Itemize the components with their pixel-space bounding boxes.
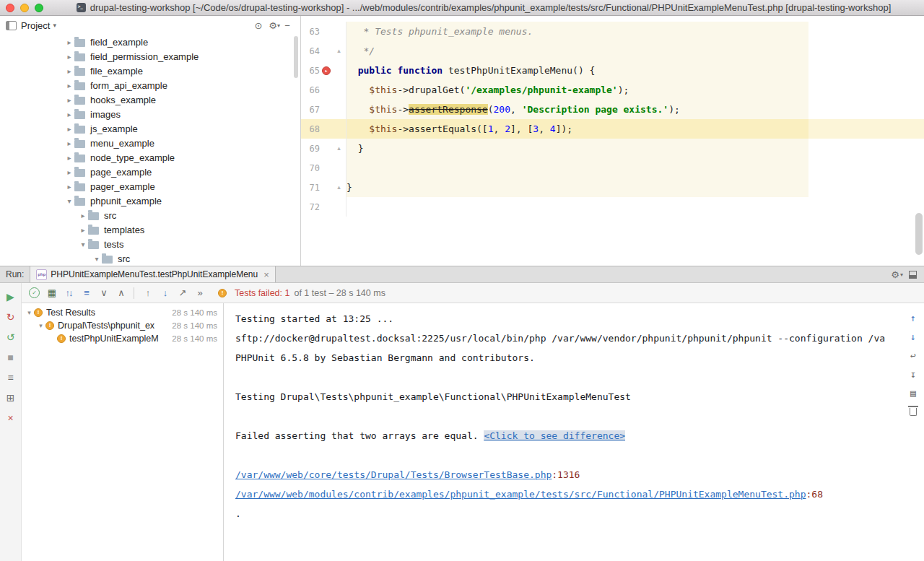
editor-line[interactable]: 70: [301, 158, 924, 178]
chevron-down-icon[interactable]: ▾: [25, 309, 34, 316]
test-console[interactable]: Testing started at 13:25 ...sftp://docke…: [224, 303, 924, 561]
zoom-window-button[interactable]: [35, 4, 43, 12]
hide-panel-icon[interactable]: −: [280, 20, 295, 31]
more-options-button[interactable]: »: [193, 287, 205, 298]
project-tree-item[interactable]: ▸field_example: [0, 35, 300, 49]
test-tree-item[interactable]: ▾!Drupal\Tests\phpunit_ex28 s 140 ms: [22, 319, 223, 332]
show-ignored-button[interactable]: ▦: [45, 287, 57, 298]
chevron-right-icon[interactable]: ▸: [64, 139, 74, 147]
chevron-right-icon[interactable]: ▸: [64, 154, 74, 162]
project-tree-item[interactable]: ▸node_type_example: [0, 150, 300, 165]
chevron-down-icon[interactable]: ▾: [53, 22, 56, 29]
project-tree-item[interactable]: ▸menu_example: [0, 136, 300, 150]
test-tree-item[interactable]: ▾!Test Results28 s 140 ms: [22, 306, 223, 319]
editor-gutter[interactable]: 65: [301, 61, 346, 80]
editor-gutter[interactable]: 71▴: [301, 178, 346, 197]
editor-line[interactable]: 72: [301, 197, 924, 217]
project-tree-item[interactable]: ▸page_example: [0, 165, 300, 179]
chevron-right-icon[interactable]: ▸: [64, 110, 74, 118]
project-tree-item[interactable]: ▾tests: [0, 237, 300, 251]
clear-all-button[interactable]: [906, 404, 920, 419]
close-tab-icon[interactable]: ×: [263, 269, 269, 280]
minimize-window-button[interactable]: [20, 4, 29, 12]
show-passed-button[interactable]: ✓: [29, 287, 40, 298]
editor-gutter[interactable]: 72: [301, 197, 346, 217]
editor-line[interactable]: 69▴ }: [301, 139, 924, 158]
expand-all-button[interactable]: ∨: [97, 287, 109, 298]
import-test-results-button[interactable]: ↗: [176, 287, 188, 298]
editor-line[interactable]: 64▴ */: [301, 41, 924, 61]
down-the-stacktrace-button[interactable]: ↓: [906, 329, 920, 344]
editor-line[interactable]: 63 * Tests phpunit_example menus.: [301, 22, 924, 41]
previous-occurrence-button[interactable]: ↑: [141, 287, 153, 298]
test-failed-gutter-icon[interactable]: [322, 66, 331, 75]
project-tree-item[interactable]: ▸templates: [0, 222, 300, 237]
chevron-down-icon[interactable]: ▾: [78, 240, 88, 248]
editor-line[interactable]: 71▴}: [301, 178, 924, 197]
editor-gutter[interactable]: 70: [301, 158, 346, 178]
restore-layout-button[interactable]: ⊞: [4, 391, 17, 404]
chevron-right-icon[interactable]: ▸: [64, 168, 74, 176]
project-panel-title[interactable]: Project: [21, 20, 50, 31]
console-link[interactable]: /var/www/web/core/tests/Drupal/Tests/Bro…: [235, 469, 552, 480]
project-tree-item[interactable]: ▸src: [0, 208, 300, 222]
console-link[interactable]: /var/www/web/modules/contrib/examples/ph…: [235, 489, 806, 500]
next-occurrence-button[interactable]: ↓: [159, 287, 170, 298]
chevron-right-icon[interactable]: ▸: [78, 226, 88, 234]
chevron-down-icon[interactable]: ▾: [36, 322, 45, 329]
chevron-right-icon[interactable]: ▸: [78, 212, 88, 219]
code-editor[interactable]: 63 * Tests phpunit_example menus.64▴ */6…: [301, 16, 924, 266]
project-tree-item[interactable]: ▸js_example: [0, 121, 300, 136]
print-button[interactable]: ▤: [906, 386, 920, 400]
chevron-right-icon[interactable]: ▸: [64, 67, 74, 75]
rerun-failed-tests-button[interactable]: ↻: [4, 310, 17, 323]
project-tree-item[interactable]: ▸hooks_example: [0, 92, 300, 107]
editor-line[interactable]: 66 $this->drupalGet('/examples/phpunit-e…: [301, 80, 924, 100]
project-tree-item[interactable]: ▸form_api_example: [0, 78, 300, 92]
chevron-right-icon[interactable]: ▸: [64, 183, 74, 191]
editor-line[interactable]: 65 public function testPhpUnitExampleMen…: [301, 61, 924, 80]
sort-by-duration-button[interactable]: ↑↓: [63, 287, 74, 298]
close-window-button[interactable]: [6, 4, 14, 12]
editor-line[interactable]: 68 $this->assertEquals([1, 2], [3, 4]);: [301, 119, 924, 139]
console-link[interactable]: <Click to see difference>: [484, 430, 625, 441]
soft-wrap-button[interactable]: ↩: [906, 348, 920, 362]
project-tree-item[interactable]: ▾phpunit_example: [0, 193, 300, 208]
project-tree-item[interactable]: ▸file_example: [0, 64, 300, 78]
project-scrollbar[interactable]: [294, 36, 298, 78]
editor-line[interactable]: 67 $this->assertResponse(200, 'Descripti…: [301, 100, 924, 119]
sort-alphabetically-button[interactable]: ≡: [80, 287, 92, 298]
test-history-button[interactable]: ≡: [4, 371, 17, 384]
editor-gutter[interactable]: 64▴: [301, 41, 346, 61]
hide-tool-window-icon[interactable]: [909, 271, 917, 279]
project-tree-item[interactable]: ▸field_permission_example: [0, 49, 300, 64]
chevron-right-icon[interactable]: ▸: [64, 53, 74, 61]
stop-button[interactable]: ■: [4, 351, 17, 364]
chevron-right-icon[interactable]: ▸: [64, 38, 74, 46]
project-app-icon: [77, 3, 86, 12]
chevron-right-icon[interactable]: ▸: [64, 96, 74, 104]
project-tree-item[interactable]: ▾src: [0, 251, 300, 266]
chevron-down-icon[interactable]: ▾: [64, 197, 74, 205]
editor-gutter[interactable]: 69▴: [301, 139, 346, 158]
toggle-auto-test-button[interactable]: ↺: [4, 331, 17, 344]
scroll-to-end-button[interactable]: ↧: [906, 367, 920, 381]
collapse-all-button[interactable]: ∧: [115, 287, 126, 298]
close-button[interactable]: ×: [4, 412, 17, 425]
editor-gutter[interactable]: 67: [301, 100, 346, 119]
editor-gutter[interactable]: 66: [301, 80, 346, 100]
project-tree-item[interactable]: ▸images: [0, 107, 300, 121]
editor-gutter[interactable]: 63: [301, 22, 346, 41]
run-settings-gear-icon[interactable]: ⚙: [891, 269, 899, 280]
rerun-button[interactable]: ▶: [4, 290, 17, 303]
test-tree-item[interactable]: !testPhpUnitExampleM28 s 140 ms: [22, 332, 223, 345]
editor-scrollbar[interactable]: [915, 213, 923, 255]
locate-file-icon[interactable]: ⊙: [251, 20, 266, 31]
chevron-right-icon[interactable]: ▸: [64, 82, 74, 90]
editor-gutter[interactable]: 68: [301, 119, 346, 139]
chevron-down-icon[interactable]: ▾: [92, 255, 102, 263]
up-the-stacktrace-button[interactable]: ↑: [906, 310, 920, 325]
run-tab[interactable]: php PHPUnitExampleMenuTest.testPhpUnitEx…: [30, 266, 275, 282]
chevron-right-icon[interactable]: ▸: [64, 125, 74, 133]
project-tree-item[interactable]: ▸pager_example: [0, 179, 300, 193]
